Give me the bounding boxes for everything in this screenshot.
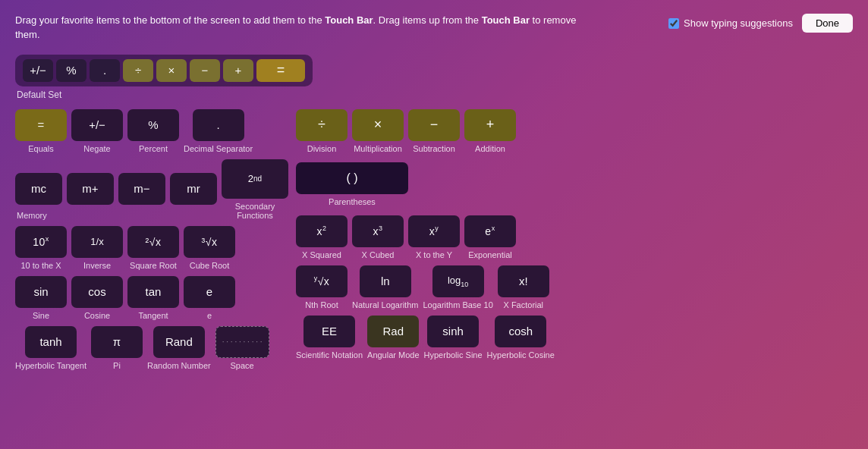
header-instruction: Drag your favorite items to the bottom o…	[15, 14, 592, 42]
sin-item: sin Sine	[15, 276, 67, 320]
xfact-btn[interactable]: x!	[498, 265, 549, 297]
cos-item: cos Cosine	[71, 276, 123, 320]
typing-suggestions-label[interactable]: Show typing suggestions	[668, 17, 793, 29]
exp-btn[interactable]: ex	[464, 215, 516, 247]
nthroot-item: y√x Nth Root	[296, 265, 348, 309]
mul-btn[interactable]: ×	[352, 109, 404, 141]
secondary-fn-item: 2nd SecondaryFunctions	[222, 159, 288, 220]
sin-btn[interactable]: sin	[15, 276, 67, 308]
rand-item: Rand Random Number	[147, 326, 211, 370]
cbrt-label: Cube Root	[190, 261, 230, 270]
xsq-label: X Squared	[302, 250, 341, 259]
row-extra: tanh Hyperbolic Tangent π Pi Rand Random…	[15, 326, 288, 370]
sub-btn[interactable]: −	[408, 109, 460, 141]
default-set-bar: +/− % . ÷ × − + =	[15, 55, 313, 86]
cosh-btn[interactable]: cosh	[495, 316, 546, 347]
cos-label: Cosine	[84, 311, 110, 320]
inverse-label: Inverse	[83, 261, 111, 270]
tanh-item: tanh Hyperbolic Tangent	[15, 326, 86, 370]
typing-suggestions-text: Show typing suggestions	[684, 17, 793, 29]
ds-subtract-btn[interactable]: −	[190, 59, 220, 82]
ee-btn[interactable]: EE	[303, 316, 355, 347]
ds-decimal-btn[interactable]: .	[90, 59, 120, 82]
cbrt-btn[interactable]: ³√x	[184, 226, 235, 258]
add-label: Addition	[475, 144, 505, 153]
nthroot-label: Nth Root	[305, 300, 338, 309]
ds-equals-btn[interactable]: =	[256, 59, 305, 82]
log10-btn[interactable]: log10	[432, 265, 484, 297]
negate-btn[interactable]: +/−	[71, 109, 123, 141]
row-trig: sin Sine cos Cosine tan Tangent e e	[15, 276, 288, 320]
tan-btn[interactable]: tan	[127, 276, 179, 308]
negate-label: Negate	[83, 144, 110, 153]
ds-add-btn[interactable]: +	[223, 59, 253, 82]
secondary-fn-label: SecondaryFunctions	[235, 202, 275, 220]
tan-item: tan Tangent	[127, 276, 179, 320]
header-controls: Show typing suggestions Done	[668, 14, 853, 33]
typing-suggestions-checkbox[interactable]	[668, 18, 679, 29]
mminus-btn[interactable]: m−	[118, 173, 165, 205]
decimal-btn[interactable]: .	[193, 109, 244, 141]
xsq-item: x2 X Squared	[296, 215, 348, 259]
row-memory: mc m+ m− mr Memory 2nd SecondaryFunction…	[15, 159, 288, 220]
decimal-label: Decimal Separator	[184, 144, 253, 153]
ds-percent-btn[interactable]: %	[56, 59, 86, 82]
space-btn[interactable]: · · · · · · · · · ·	[215, 326, 269, 358]
div-item: ÷ Division	[296, 109, 348, 153]
xsq-btn[interactable]: x2	[296, 215, 348, 247]
div-btn[interactable]: ÷	[296, 109, 348, 141]
pi-btn[interactable]: π	[91, 326, 143, 358]
mr-btn[interactable]: mr	[170, 173, 217, 205]
row-powers: 10x 10 to the X 1/x Inverse ²√x Square R…	[15, 226, 288, 270]
inverse-item: 1/x Inverse	[71, 226, 123, 270]
tanh-btn[interactable]: tanh	[25, 326, 77, 358]
ds-multiply-btn[interactable]: ×	[156, 59, 187, 82]
ds-divide-btn[interactable]: ÷	[123, 59, 153, 82]
percent-label: Percent	[139, 144, 168, 153]
tanh-label: Hyperbolic Tangent	[15, 361, 86, 370]
rad-label: Angular Mode	[367, 350, 420, 360]
xcube-item: x3 X Cubed	[352, 215, 404, 259]
add-btn[interactable]: +	[464, 109, 516, 141]
rand-btn[interactable]: Rand	[153, 326, 205, 358]
exp-item: ex Exponential	[464, 215, 516, 259]
ds-negate-btn[interactable]: +/−	[23, 59, 53, 82]
decimal-item: . Decimal Separator	[184, 109, 253, 153]
mc-btn[interactable]: mc	[15, 173, 62, 205]
sinh-item: sinh Hyperbolic Sine	[424, 316, 483, 360]
equals-btn[interactable]: =	[15, 109, 67, 141]
right-grid: ÷ Division × Multiplication − Subtractio…	[296, 109, 853, 376]
xpowy-item: xy X to the Y	[408, 215, 460, 259]
cos-btn[interactable]: cos	[71, 276, 123, 308]
percent-btn[interactable]: %	[127, 109, 179, 141]
equals-label: Equals	[28, 144, 54, 153]
rad-btn[interactable]: Rad	[367, 316, 419, 347]
done-button[interactable]: Done	[802, 14, 853, 33]
tenpowx-btn[interactable]: 10x	[15, 226, 67, 258]
inverse-btn[interactable]: 1/x	[71, 226, 123, 258]
memory-group: mc m+ m− mr Memory	[15, 173, 217, 220]
row-hyp: EE Scientific Notation Rad Angular Mode …	[296, 316, 853, 360]
xcube-btn[interactable]: x3	[352, 215, 404, 247]
xpowy-btn[interactable]: xy	[408, 215, 460, 247]
sin-label: Sine	[33, 311, 49, 320]
row-log: y√x Nth Root ln Natural Logarithm log10 …	[296, 265, 853, 309]
mplus-btn[interactable]: m+	[67, 173, 114, 205]
xcube-label: X Cubed	[362, 250, 395, 259]
ln-btn[interactable]: ln	[360, 265, 411, 297]
row-paren: ( ) Parentheses	[296, 162, 853, 206]
log10-label: Logarithm Base 10	[423, 300, 492, 309]
secondary-fn-btn[interactable]: 2nd	[222, 159, 288, 199]
paren-btn[interactable]: ( )	[296, 162, 408, 194]
sinh-btn[interactable]: sinh	[427, 316, 479, 347]
row-operators: ÷ Division × Multiplication − Subtractio…	[296, 109, 853, 153]
equals-item: = Equals	[15, 109, 67, 153]
e-btn[interactable]: e	[184, 276, 235, 308]
percent-item: % Percent	[127, 109, 179, 153]
nthroot-btn[interactable]: y√x	[296, 265, 348, 297]
tan-label: Tangent	[138, 311, 168, 320]
header: Drag your favorite items to the bottom o…	[15, 14, 853, 42]
paren-item: ( ) Parentheses	[296, 162, 408, 206]
space-label: Space	[231, 361, 254, 370]
sqrt-btn[interactable]: ²√x	[127, 226, 179, 258]
